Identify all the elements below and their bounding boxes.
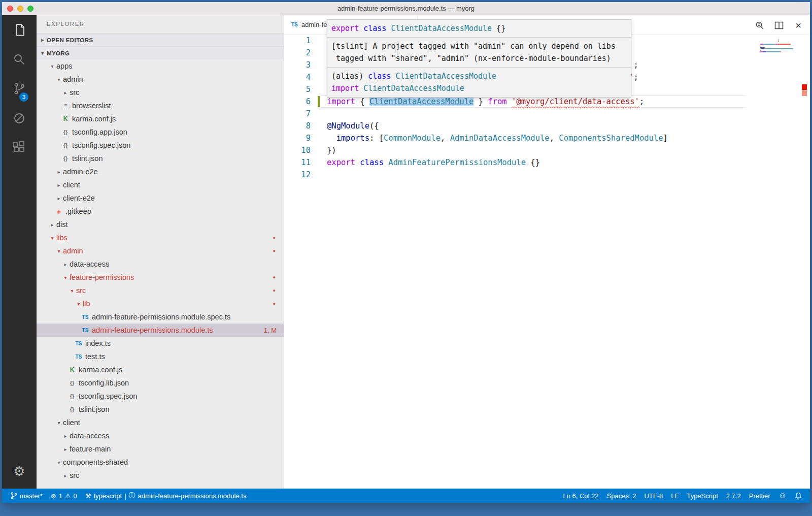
code-token: from <box>488 97 506 106</box>
git-file-icon: ◈ <box>55 208 63 215</box>
minimap-token <box>779 41 779 42</box>
tree-item-src[interactable]: ▸src <box>37 469 284 482</box>
split-editor-icon[interactable] <box>773 20 785 31</box>
code-token <box>384 158 388 167</box>
code-token <box>327 134 336 143</box>
git-branch-status[interactable]: master* <box>7 489 46 503</box>
tree-item-apps[interactable]: ▾apps <box>37 59 284 73</box>
section-label: OPEN EDITORS <box>47 37 93 43</box>
client-data-access-module-link[interactable]: ClientDataAccessModule <box>369 97 473 106</box>
tree-item-tsconfig-lib-json[interactable]: {}tsconfig.lib.json <box>37 376 284 390</box>
code-area[interactable]: 123;4';56import { ClientDataAccessModule… <box>284 35 763 489</box>
activity-source-control-button[interactable]: 3 <box>2 74 37 104</box>
tree-item-client-e2e[interactable]: ▸client-e2e <box>37 191 284 205</box>
tooltip-alias: (alias) class ClientDataAccessModuleimpo… <box>327 68 631 97</box>
tree-item-label: src <box>70 471 79 479</box>
zoom-window-button[interactable] <box>27 6 33 12</box>
feedback-smiley[interactable]: ☺ <box>775 489 790 503</box>
tree-item-src[interactable]: ▾src● <box>37 284 284 297</box>
minimap-token <box>790 44 791 45</box>
tree-item-dist[interactable]: ▸dist <box>37 218 284 231</box>
tree-item-test-ts[interactable]: TStest.ts <box>37 350 284 363</box>
tree-item-label: feature-permissions <box>70 273 134 281</box>
tree-item-admin[interactable]: ▾admin <box>37 73 284 86</box>
tool-icon: ⚒ <box>85 492 91 500</box>
tree-item-karma-conf-js[interactable]: Kkarma.conf.js <box>37 363 284 376</box>
notifications[interactable] <box>792 489 805 503</box>
line-number: 8 <box>284 120 311 132</box>
activity-explorer-button[interactable] <box>2 15 37 45</box>
tooltip-alias-line: (alias) class ClientDataAccessModule <box>331 70 627 82</box>
tree-item-src[interactable]: ▸src <box>37 86 284 99</box>
tree-item-tslint-json[interactable]: {}tslint.json <box>37 403 284 416</box>
circle-slash-icon <box>12 111 27 126</box>
settings-gear-icon[interactable]: ⚙ <box>13 464 25 479</box>
tree-item-browserslist[interactable]: ≡browserslist <box>37 99 284 112</box>
ts-version[interactable]: 2.7.2 <box>723 489 744 503</box>
tree-item-label: client-e2e <box>63 194 95 202</box>
tree-item-label: karma.conf.js <box>72 115 116 123</box>
tree-item-tsconfig-spec-json[interactable]: {}tsconfig.spec.json <box>37 390 284 403</box>
code-token: , <box>550 134 559 143</box>
code-token <box>359 24 363 33</box>
tree-item-client[interactable]: ▸client <box>37 178 284 191</box>
tree-item-feature-permissions[interactable]: ▾feature-permissions● <box>37 271 284 284</box>
minimap-token <box>793 48 793 49</box>
tree-item-gitkeep[interactable]: ◈.gitkeep <box>37 205 284 218</box>
code-token: ClientDataAccessModule <box>391 24 492 33</box>
task-status[interactable]: ⚒ typescript | ⓘ admin-feature-permissio… <box>82 489 250 503</box>
code-token: AdminDataAccessModule <box>450 134 550 143</box>
warning-icon: ⚠ <box>65 492 71 500</box>
section-open-editors[interactable]: ▸ OPEN EDITORS <box>37 33 284 46</box>
indentation-status[interactable]: Spaces: 2 <box>604 489 639 503</box>
minimap[interactable] <box>760 36 796 54</box>
tree-item-data-access[interactable]: ▸data-access <box>37 257 284 271</box>
modified-dot: ● <box>273 275 276 280</box>
activity-extensions-button[interactable] <box>2 133 37 163</box>
tree-item-feature-main[interactable]: ▸feature-main <box>37 442 284 456</box>
tree-item-admin-e2e[interactable]: ▸admin-e2e <box>37 165 284 178</box>
minimize-window-button[interactable] <box>17 6 23 12</box>
open-preview-icon[interactable] <box>754 20 765 31</box>
chevron-down-icon: ▾ <box>48 235 56 241</box>
language-mode[interactable]: TypeScript <box>684 489 721 503</box>
line-number: 5 <box>284 83 311 95</box>
section-myorg[interactable]: ▾ MYORG <box>37 46 284 59</box>
tree-item-admin[interactable]: ▾admin● <box>37 244 284 257</box>
code-token: ; <box>634 60 638 70</box>
close-window-button[interactable] <box>7 6 13 12</box>
tree-item-data-access[interactable]: ▸data-access <box>37 429 284 442</box>
formatter-status[interactable]: Prettier <box>746 489 773 503</box>
tree-item-index-ts[interactable]: TSindex.ts <box>37 337 284 350</box>
formatter-label: Prettier <box>749 492 770 500</box>
tree-item-lib[interactable]: ▾lib● <box>37 297 284 310</box>
activity-search-button[interactable] <box>2 45 37 74</box>
chevron-down-icon: ▾ <box>61 275 70 280</box>
tree-item-karma-conf-js[interactable]: Kkarma.conf.js <box>37 112 284 125</box>
tree-item-label: karma.conf.js <box>79 366 122 374</box>
scm-changes-badge: 3 <box>19 92 28 102</box>
code-token: }) <box>327 146 336 155</box>
tree-item-libs[interactable]: ▾libs● <box>37 231 284 244</box>
problems-status[interactable]: ⊗ 1 ⚠ 0 <box>48 489 80 503</box>
files-icon <box>12 22 27 38</box>
close-editor-icon[interactable]: × <box>793 20 804 31</box>
tree-item-tslint-json[interactable]: {}tslint.json <box>37 152 284 165</box>
tree-item-client[interactable]: ▾client <box>37 416 284 429</box>
tree-item-admin-feature-permissions-module-spec-ts[interactable]: TSadmin-feature-permissions.module.spec.… <box>37 310 284 324</box>
chevron-right-icon: ▸ <box>48 222 56 228</box>
eol-status[interactable]: LF <box>668 489 682 503</box>
cursor-position[interactable]: Ln 6, Col 22 <box>560 489 601 503</box>
window-title: admin-feature-permissions.module.ts — my… <box>337 5 475 12</box>
json-file-icon: {} <box>61 142 70 148</box>
tree-item-tsconfig-app-json[interactable]: {}tsconfig.app.json <box>37 125 284 139</box>
tree-item-components-shared[interactable]: ▾components-shared <box>37 456 284 469</box>
minimap-pad <box>760 41 778 42</box>
typescript-file-icon: TS <box>81 328 89 333</box>
tree-item-admin-feature-permissions-module-ts[interactable]: TSadmin-feature-permissions.module.ts1, … <box>37 324 284 337</box>
tree-item-tsconfig-spec-json[interactable]: {}tsconfig.spec.json <box>37 139 284 152</box>
tree-item-label: apps <box>56 62 72 70</box>
activity-debug-button[interactable] <box>2 104 37 133</box>
encoding-status[interactable]: UTF-8 <box>641 489 666 503</box>
tree-item-label: tslint.json <box>72 154 103 163</box>
